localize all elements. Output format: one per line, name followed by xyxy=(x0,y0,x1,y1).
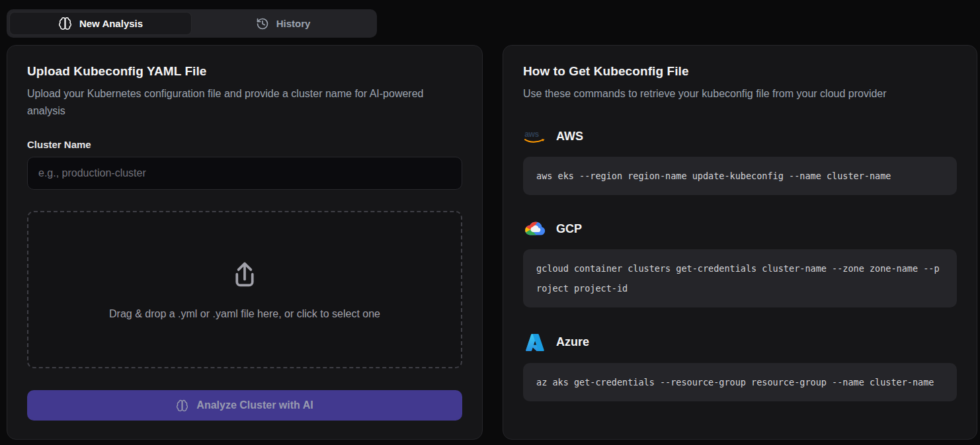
svg-text:aws: aws xyxy=(524,130,539,139)
aws-command-code[interactable]: aws eks --region region-name update-kube… xyxy=(523,157,957,195)
file-dropzone[interactable]: Drag & drop a .yml or .yaml file here, o… xyxy=(27,211,462,368)
dropzone-hint: Drag & drop a .yml or .yaml file here, o… xyxy=(109,308,380,320)
azure-command-code[interactable]: az aks get-credentials --resource-group … xyxy=(523,363,957,401)
provider-section-aws: aws AWS aws eks --region region-name upd… xyxy=(523,128,957,195)
provider-name-azure: Azure xyxy=(556,335,589,349)
upload-card-subtitle: Upload your Kubernetes configuration fil… xyxy=(27,85,442,119)
tab-new-analysis[interactable]: New Analysis xyxy=(9,12,192,35)
provider-section-azure: Azure az aks get-credentials --resource-… xyxy=(523,333,957,401)
provider-name-gcp: GCP xyxy=(556,222,582,236)
cluster-name-input[interactable] xyxy=(27,157,462,190)
how-to-get-kubeconfig-card: How to Get Kubeconfig File Use these com… xyxy=(503,45,977,440)
upload-kubeconfig-card: Upload Kubeconfig YAML File Upload your … xyxy=(7,45,483,440)
gcp-logo-icon xyxy=(523,220,547,239)
upload-card-title: Upload Kubeconfig YAML File xyxy=(27,64,462,79)
provider-section-gcp: GCP gcloud container clusters get-creden… xyxy=(523,220,957,307)
analysis-tabbar: New Analysis History xyxy=(7,9,377,38)
tab-history-label: History xyxy=(276,18,311,29)
aws-logo-icon: aws xyxy=(523,128,547,146)
help-card-title: How to Get Kubeconfig File xyxy=(523,64,957,79)
analyze-button-label: Analyze Cluster with AI xyxy=(196,399,313,411)
gcp-command-code[interactable]: gcloud container clusters get-credential… xyxy=(523,249,957,307)
tab-history[interactable]: History xyxy=(192,12,374,35)
analyze-cluster-button[interactable]: Analyze Cluster with AI xyxy=(27,390,462,421)
brain-icon xyxy=(58,17,72,30)
provider-name-aws: AWS xyxy=(556,130,583,143)
azure-logo-icon xyxy=(523,333,547,352)
history-icon xyxy=(256,17,269,30)
cluster-name-label: Cluster Name xyxy=(27,139,462,150)
brain-icon xyxy=(176,399,188,412)
help-card-subtitle: Use these commands to retrieve your kube… xyxy=(523,85,957,102)
tab-new-analysis-label: New Analysis xyxy=(79,18,143,29)
upload-icon xyxy=(228,259,261,292)
